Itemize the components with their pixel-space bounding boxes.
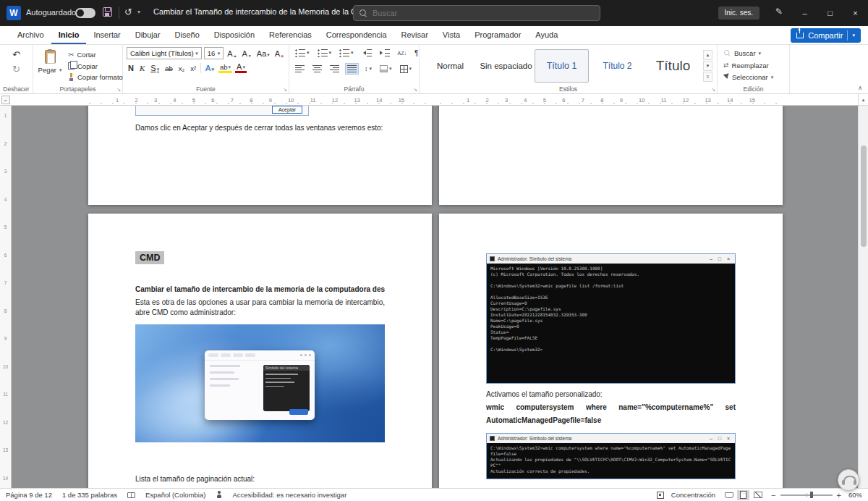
pen-icon[interactable]: ✎: [775, 7, 783, 17]
zoom-slider-thumb[interactable]: [810, 492, 813, 498]
maximize-button[interactable]: □: [817, 0, 843, 26]
word-count[interactable]: 1 de 335 palabras: [62, 491, 117, 499]
vertical-ruler[interactable]: 1234567891011121314: [0, 106, 12, 488]
styles-scroll-up-icon[interactable]: ▲: [703, 50, 712, 60]
ribbon-tab[interactable]: Dibujar: [128, 26, 168, 44]
grow-font-button[interactable]: A▲: [226, 49, 238, 58]
style-item[interactable]: Normal: [423, 49, 477, 83]
align-left-button[interactable]: [293, 63, 307, 75]
redo-icon[interactable]: ↻: [12, 64, 20, 75]
font-color-button[interactable]: A▾: [235, 63, 247, 73]
scrollbar-thumb[interactable]: [861, 146, 867, 247]
ribbon-tab[interactable]: Ayuda: [528, 26, 565, 44]
sign-in-button[interactable]: Inic. ses.: [718, 7, 760, 20]
text-effects-button[interactable]: A▾: [204, 64, 216, 72]
format-painter-button[interactable]: Copiar formato: [66, 72, 125, 82]
quick-access-chevron-icon[interactable]: ▾: [137, 9, 140, 15]
horizontal-ruler[interactable]: ⌐ 123456789101112131415 1234567891011121…: [0, 94, 858, 106]
language-indicator[interactable]: Español (Colombia): [145, 491, 205, 499]
save-icon[interactable]: [103, 7, 112, 17]
align-right-button[interactable]: [328, 63, 341, 75]
paste-button[interactable]: Pegar▾: [37, 47, 63, 83]
style-item[interactable]: Título 2: [590, 49, 644, 83]
ribbon-tab[interactable]: Disposición: [207, 26, 262, 44]
change-case-button[interactable]: Aa▾: [255, 49, 271, 58]
zoom-slider[interactable]: [780, 494, 833, 496]
find-button[interactable]: Buscar▾: [721, 49, 786, 58]
page-top-right[interactable]: [439, 106, 783, 205]
italic-button[interactable]: K: [138, 64, 146, 72]
increase-indent-button[interactable]: [378, 47, 392, 59]
paragraph[interactable]: Esta es otra de las opciones a usar para…: [135, 298, 385, 318]
numbered-list-button[interactable]: ▾: [315, 47, 334, 59]
dialog-launcher-icon[interactable]: ↘: [711, 87, 715, 93]
page-bottom-right[interactable]: Administrador: Símbolo del sistema – □ ×…: [439, 214, 783, 488]
read-mode-button[interactable]: [723, 490, 735, 500]
clear-formatting-button[interactable]: A◆: [273, 49, 285, 58]
bullet-list-button[interactable]: ▾: [293, 47, 312, 59]
minimize-button[interactable]: –: [792, 0, 817, 26]
styles-scroll-down-icon[interactable]: ▼: [703, 61, 712, 71]
ribbon-tab[interactable]: Diseño: [168, 26, 207, 44]
borders-button[interactable]: ▾: [398, 63, 414, 75]
zoom-in-button[interactable]: +: [837, 491, 841, 500]
style-item[interactable]: Título 1: [535, 49, 589, 83]
command-text-line1[interactable]: wmic computersystem where name="%compute…: [486, 403, 736, 413]
cmd-heading[interactable]: CMD: [135, 251, 164, 264]
select-button[interactable]: Seleccionar▾: [721, 72, 786, 82]
web-layout-button[interactable]: [752, 490, 764, 500]
undo-icon[interactable]: ↶: [12, 49, 20, 60]
print-layout-button[interactable]: [737, 490, 749, 500]
dialog-launcher-icon[interactable]: ↘: [116, 87, 121, 93]
scroll-up-button[interactable]: ▲: [858, 94, 868, 106]
bold-button[interactable]: N: [127, 64, 135, 72]
page-top-left[interactable]: Aceptar Damos clic en Aceptar y después …: [88, 106, 432, 205]
search-input[interactable]: [373, 9, 594, 17]
style-item[interactable]: Sin espaciado: [479, 49, 533, 83]
font-size-combo[interactable]: 16▾: [204, 47, 224, 59]
close-button[interactable]: ×: [843, 0, 868, 26]
ribbon-tab[interactable]: Revisar: [394, 26, 435, 44]
ribbon-tab[interactable]: Programador: [467, 26, 528, 44]
ribbon-tab[interactable]: Insertar: [86, 26, 127, 44]
copy-button[interactable]: Copiar: [66, 62, 125, 71]
highlight-color-button[interactable]: ab▾: [218, 64, 232, 73]
undo-icon[interactable]: ↺: [124, 7, 132, 17]
underline-button[interactable]: S▾: [149, 64, 161, 72]
decrease-indent-button[interactable]: [359, 47, 374, 59]
multilevel-list-button[interactable]: ▾: [337, 47, 356, 59]
section-subheading[interactable]: Cambiar el tamaño de intercambio de la m…: [135, 285, 385, 295]
tab-selector-icon[interactable]: ⌐: [1, 96, 10, 104]
autosave-toggle[interactable]: [75, 8, 95, 18]
align-center-button[interactable]: [310, 63, 324, 75]
proofing-book-icon[interactable]: [127, 492, 135, 498]
vertical-scrollbar[interactable]: [858, 106, 868, 488]
styles-gallery-more-icon[interactable]: ≡: [703, 72, 712, 82]
shading-button[interactable]: ▾: [378, 64, 394, 75]
sort-button[interactable]: AZ↓: [396, 49, 409, 57]
style-item[interactable]: Título: [646, 49, 700, 83]
strikethrough-button[interactable]: ab: [163, 64, 174, 72]
line-spacing-button[interactable]: ↕▾: [362, 64, 374, 75]
caption[interactable]: Lista el tamaño de paginación actual:: [135, 474, 385, 484]
share-button[interactable]: Compartir ▾: [791, 28, 861, 43]
ribbon-tab[interactable]: Vista: [435, 26, 467, 44]
dialog-launcher-icon[interactable]: ↘: [283, 87, 287, 93]
justify-button[interactable]: [345, 63, 359, 75]
assistant-bubble[interactable]: [838, 469, 859, 491]
focus-mode-button[interactable]: Concentración: [671, 491, 715, 499]
cut-button[interactable]: ✂Cortar: [66, 50, 125, 59]
replace-button[interactable]: ⇄Reemplazar: [721, 61, 786, 70]
paragraph[interactable]: Damos clic en Aceptar y después de cerra…: [135, 123, 385, 133]
ribbon-tab[interactable]: Correspondencia: [319, 26, 394, 44]
paragraph[interactable]: Activamos el tamaño personalizado:: [486, 390, 736, 400]
page-bottom-left[interactable]: CMD Cambiar el tamaño de intercambio de …: [88, 214, 432, 488]
superscript-button[interactable]: x²: [189, 64, 197, 72]
zoom-level[interactable]: 60%: [848, 491, 862, 499]
shrink-font-button[interactable]: A▼: [241, 49, 253, 58]
zoom-out-button[interactable]: −: [771, 491, 775, 500]
subscript-button[interactable]: x₂: [177, 64, 186, 72]
accessibility-status[interactable]: Accesibilidad: es necesario investigar: [232, 491, 346, 499]
dialog-launcher-icon[interactable]: ↘: [413, 87, 417, 93]
ribbon-tab[interactable]: Inicio: [51, 26, 87, 44]
